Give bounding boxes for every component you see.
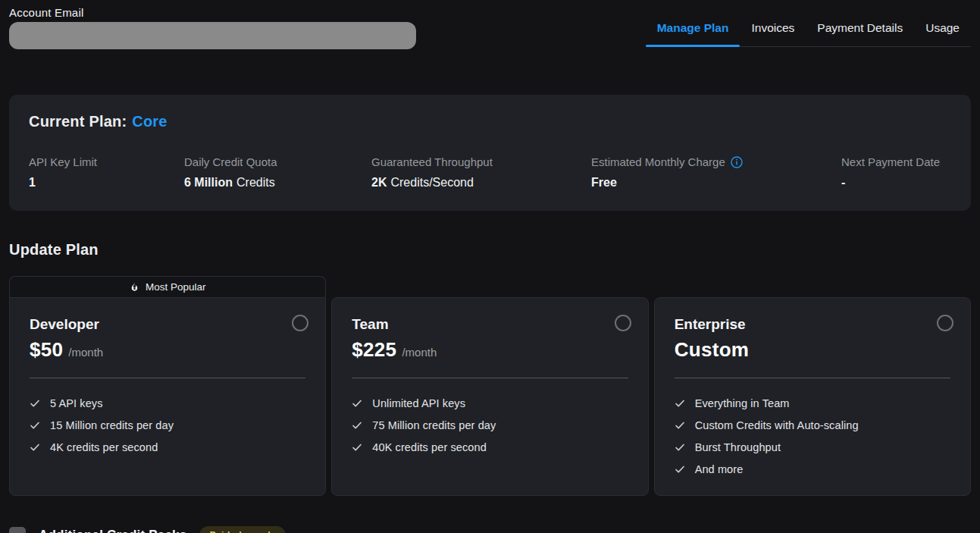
plan-divider [30,378,305,378]
plan-price: $50 [30,338,63,362]
check-icon [352,442,362,453]
current-plan-title: Current Plan:Core [29,113,951,130]
update-plan-heading: Update Plan [9,241,971,259]
current-plan-name: Core [132,113,167,130]
stat-label: Next Payment Date [841,155,940,168]
plan-card-team[interactable]: Team $225 /month Unlimited API keys 75 M… [331,297,648,496]
feature-item: 5 API keys [30,396,305,411]
tab-payment-details[interactable]: Payment Details [806,17,914,46]
stat-api-key-limit: API Key Limit 1 [29,155,184,190]
check-icon [30,442,40,453]
fire-icon [130,282,139,292]
plan-price-row: $50 /month [30,338,305,362]
credit-packs-label: Additional Credit Packs [39,528,186,533]
paid-plan-only-badge: Paid plan only [199,526,286,533]
tab-invoices[interactable]: Invoices [740,17,806,46]
stat-label: Daily Credit Quota [184,155,371,168]
stat-value: 6 MillionCredits [184,176,371,190]
check-icon [352,398,362,409]
account-email-label: Account Email [9,6,416,19]
check-icon [675,398,685,409]
most-popular-banner: Most Popular [9,276,326,297]
feature-item: Burst Throughput [675,440,950,455]
plan-price-row: $225 /month [352,338,628,362]
plan-radio-team[interactable] [615,315,631,331]
plan-card-developer[interactable]: Developer $50 /month 5 API keys 15 Milli… [9,297,326,496]
stat-next-payment-date: Next Payment Date - [841,155,940,190]
check-icon [352,420,362,431]
check-icon [675,464,685,475]
plan-features: Everything in Team Custom Credits with A… [675,396,950,477]
plan-options: Most Popular Developer $50 /month 5 API … [9,276,971,496]
plan-column-developer: Most Popular Developer $50 /month 5 API … [9,276,326,496]
plan-divider [675,378,950,378]
plan-period: /month [402,346,437,359]
plan-price: Custom [675,338,750,362]
stat-label: API Key Limit [29,155,184,168]
stat-estimated-monthly-charge: Estimated Monthly Charge Free [591,155,841,190]
plan-features: 5 API keys 15 Million credits per day 4K… [30,396,305,455]
plan-card-enterprise[interactable]: Enterprise Custom Everything in Team Cus… [654,297,971,496]
plan-divider [352,378,628,378]
feature-item: Everything in Team [675,396,950,411]
plan-features: Unlimited API keys 75 Million credits pe… [352,396,628,455]
stat-value: 2KCredits/Second [371,176,591,190]
plan-price-row: Custom [675,338,950,362]
plan-column-enterprise: Enterprise Custom Everything in Team Cus… [654,276,971,496]
check-icon [675,420,685,431]
stat-value: - [841,176,940,190]
check-icon [675,442,685,453]
feature-item: Unlimited API keys [352,396,628,411]
plan-name: Enterprise [675,316,950,333]
credit-packs-checkbox[interactable] [9,527,26,533]
stat-value: 1 [29,176,184,190]
most-popular-label: Most Popular [146,281,206,293]
tab-usage[interactable]: Usage [914,17,971,46]
stat-guaranteed-throughput: Guaranteed Throughput 2KCredits/Second [371,155,591,190]
page-header: Account Email Manage Plan Invoices Payme… [9,0,971,49]
stat-label: Estimated Monthly Charge [591,155,841,168]
current-plan-title-prefix: Current Plan: [29,113,127,130]
feature-item: 4K credits per second [30,440,305,455]
account-email-input[interactable] [9,22,416,49]
check-icon [30,420,40,431]
plan-period: /month [68,346,103,359]
feature-item: 15 Million credits per day [30,418,305,433]
plan-spacer [654,276,971,297]
check-icon [30,398,40,409]
plan-name: Team [352,316,628,333]
stat-daily-credit-quota: Daily Credit Quota 6 MillionCredits [184,155,371,190]
feature-item: 75 Million credits per day [352,418,628,433]
tab-manage-plan[interactable]: Manage Plan [646,17,740,46]
plan-radio-enterprise[interactable] [937,315,953,331]
current-plan-card: Current Plan:Core API Key Limit 1 Daily … [9,95,971,211]
account-email-block: Account Email [9,6,416,49]
billing-tabs: Manage Plan Invoices Payment Details Usa… [646,17,971,47]
plan-radio-developer[interactable] [292,315,308,331]
stat-value: Free [591,176,841,190]
plan-price: $225 [352,338,396,362]
billing-page: Account Email Manage Plan Invoices Payme… [0,0,980,533]
info-circle-icon[interactable] [731,156,743,168]
feature-item: 40K credits per second [352,440,628,455]
plan-column-team: Team $225 /month Unlimited API keys 75 M… [331,276,648,496]
feature-item: Custom Credits with Auto-scaling [675,418,950,433]
current-plan-stats: API Key Limit 1 Daily Credit Quota 6 Mil… [29,155,951,190]
additional-credit-packs-row: Additional Credit Packs Paid plan only [9,526,971,533]
feature-item: And more [675,462,950,477]
plan-spacer [331,276,648,297]
plan-name: Developer [30,316,305,333]
stat-label: Guaranteed Throughput [371,155,591,168]
